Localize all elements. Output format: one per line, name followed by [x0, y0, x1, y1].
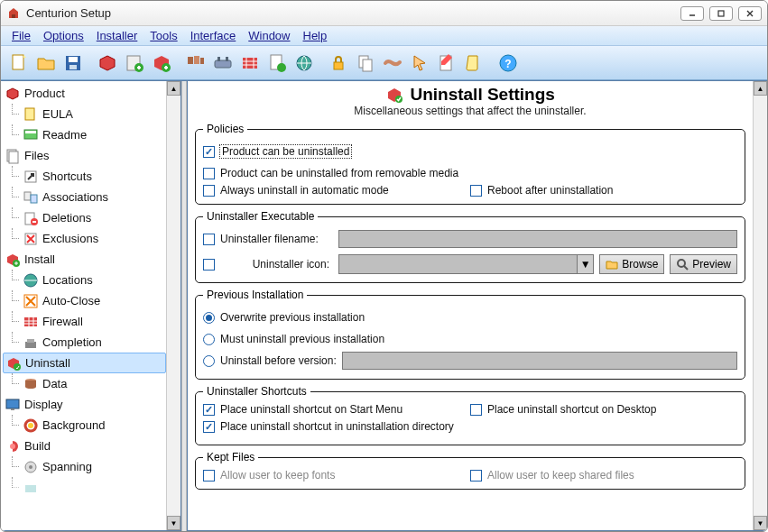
tool-script-icon[interactable]	[461, 50, 486, 76]
chk-desktop[interactable]	[470, 404, 482, 416]
tree-background[interactable]: Background	[21, 415, 166, 436]
content-scrollbar[interactable]: ▲ ▼	[753, 81, 767, 530]
tree-install[interactable]: Install	[3, 249, 166, 270]
lbl-before[interactable]: Uninstall before version:	[220, 354, 337, 367]
menu-interface[interactable]: Interface	[185, 27, 242, 44]
maximize-button[interactable]	[709, 6, 733, 21]
tool-handshake-icon[interactable]	[380, 50, 405, 76]
tree[interactable]: Product EULA Readme Files Shortcuts Asso…	[1, 81, 166, 530]
menu-options[interactable]: Options	[38, 27, 89, 44]
lbl-dir[interactable]: Place uninstall shortcut in uninstallati…	[220, 420, 454, 433]
lbl-overwrite[interactable]: Overwrite previous installation	[220, 311, 365, 324]
preview-button[interactable]: Preview	[670, 254, 737, 274]
tool-autoclose-icon[interactable]	[210, 50, 236, 76]
tree-locations[interactable]: Locations	[21, 270, 166, 290]
chk-dir[interactable]	[203, 421, 215, 433]
tree-data[interactable]: Data	[21, 373, 166, 394]
scroll-up-icon[interactable]: ▲	[754, 81, 767, 96]
rdo-overwrite[interactable]	[203, 312, 215, 324]
tool-security-icon[interactable]	[326, 50, 351, 76]
svg-point-50	[29, 465, 32, 469]
tool-copy-icon[interactable]	[353, 50, 378, 76]
tool-edit-icon[interactable]	[434, 50, 459, 76]
lbl-removable[interactable]: Product can be uninstalled from removabl…	[220, 167, 458, 179]
tool-product-icon[interactable]	[95, 50, 120, 76]
tree-product[interactable]: Product	[3, 83, 166, 104]
menu-tools[interactable]: Tools	[144, 27, 182, 44]
lbl-can-uninstall[interactable]: Product can be uninstalled	[220, 145, 351, 158]
tree-readme[interactable]: Readme	[21, 124, 166, 145]
tree-exclusions[interactable]: Exclusions	[21, 228, 166, 249]
close-button[interactable]	[738, 6, 762, 21]
tree-firewall[interactable]: Firewall	[21, 311, 166, 332]
menu-file[interactable]: File	[6, 27, 36, 44]
tree-files[interactable]: Files	[3, 145, 166, 166]
lbl-must[interactable]: Must uninstall previous installation	[220, 333, 384, 345]
tree-associations[interactable]: Associations	[21, 187, 166, 207]
lbl-reboot[interactable]: Reboot after uninstallation	[487, 184, 613, 197]
scroll-down-icon[interactable]: ▼	[754, 516, 767, 530]
scroll-down-icon[interactable]: ▼	[167, 516, 180, 530]
tree-scrollbar[interactable]: ▲ ▼	[166, 81, 180, 530]
scroll-up-icon[interactable]: ▲	[167, 81, 180, 96]
tool-help-icon[interactable]: ?	[495, 50, 521, 76]
tree-uninstall[interactable]: Uninstall	[3, 353, 166, 373]
tree-build[interactable]: Build	[3, 436, 166, 456]
tool-completion-icon[interactable]	[264, 50, 290, 76]
chk-removable[interactable]	[203, 168, 215, 179]
input-before-version[interactable]	[342, 352, 737, 370]
tool-new-icon[interactable]	[6, 50, 32, 76]
tool-cursor-icon[interactable]	[407, 50, 432, 76]
tool-globe-icon[interactable]	[291, 50, 317, 76]
chk-icon[interactable]	[203, 259, 215, 271]
tool-open-icon[interactable]	[33, 50, 59, 76]
svg-rect-14	[217, 57, 220, 61]
chk-can-uninstall[interactable]	[203, 146, 215, 158]
svg-rect-6	[69, 65, 77, 69]
chk-startmenu[interactable]	[203, 404, 215, 416]
tool-firewall-icon[interactable]	[237, 50, 263, 76]
rdo-must[interactable]	[203, 334, 215, 345]
svg-rect-40	[24, 317, 37, 326]
svg-point-47	[28, 423, 33, 428]
tree-cutoff[interactable]	[21, 477, 166, 498]
menu-window[interactable]: Window	[243, 27, 295, 44]
browse-button[interactable]: Browse	[599, 254, 664, 274]
tree-eula[interactable]: EULA	[21, 104, 166, 124]
chk-automatic[interactable]	[203, 185, 215, 197]
tool-locations-icon[interactable]	[183, 50, 208, 76]
chevron-down-icon[interactable]: ▼	[577, 255, 593, 273]
lbl-fonts[interactable]: Allow user to keep fonts	[220, 469, 335, 482]
tool-files-icon[interactable]	[122, 50, 147, 76]
page-subtitle: Miscellaneous settings that affect the u…	[195, 105, 745, 117]
rdo-before[interactable]	[203, 355, 215, 367]
menu-help[interactable]: Help	[298, 27, 333, 44]
tree-shortcuts[interactable]: Shortcuts	[21, 166, 166, 187]
minimize-button[interactable]	[680, 6, 704, 21]
menu-installer[interactable]: Installer	[91, 27, 143, 44]
lbl-shared[interactable]: Allow user to keep shared files	[487, 469, 634, 482]
tree-completion[interactable]: Completion	[21, 332, 166, 353]
window-title: Centurion Setup	[26, 6, 680, 20]
tool-install-icon[interactable]	[149, 50, 174, 76]
group-policies: Policies Product can be uninstalled Prod…	[195, 123, 745, 205]
group-shortcuts: Uninstaller Shortcuts Place uninstall sh…	[195, 385, 745, 445]
lbl-automatic[interactable]: Always uninstall in automatic mode	[220, 184, 389, 197]
lbl-desktop[interactable]: Place uninstall shortcut on Desktop	[487, 403, 656, 416]
svg-rect-28	[25, 131, 36, 133]
tool-save-icon[interactable]	[60, 50, 86, 76]
tree-spanning[interactable]: Spanning	[21, 456, 166, 477]
lbl-startmenu[interactable]: Place uninstall shortcut on Start Menu	[220, 403, 403, 416]
chk-reboot[interactable]	[470, 185, 482, 197]
svg-rect-30	[9, 151, 18, 163]
tree-display[interactable]: Display	[3, 394, 166, 415]
chk-shared[interactable]	[470, 470, 482, 482]
combo-icon[interactable]: ▼	[338, 254, 594, 274]
lbl-icon[interactable]: Uninstaller icon:	[220, 258, 333, 271]
input-filename[interactable]	[338, 230, 737, 248]
tree-deletions[interactable]: Deletions	[21, 207, 166, 228]
chk-filename[interactable]	[203, 234, 215, 245]
lbl-filename[interactable]: Uninstaller filename:	[220, 233, 333, 245]
chk-fonts[interactable]	[203, 470, 215, 482]
tree-autoclose[interactable]: Auto-Close	[21, 290, 166, 311]
